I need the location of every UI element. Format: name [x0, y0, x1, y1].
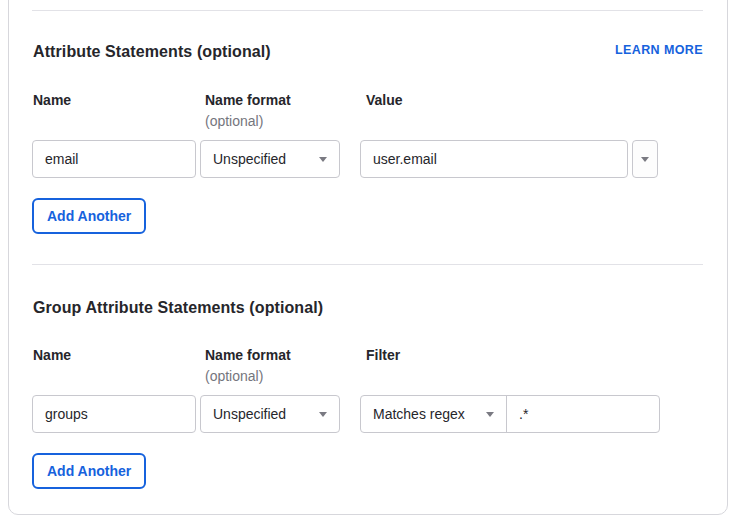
- col-header-name-format-note: (optional): [205, 113, 263, 129]
- section-divider-middle: [32, 264, 703, 265]
- group-attribute-name-format-selected: Unspecified: [213, 406, 286, 422]
- add-another-group-attribute-button[interactable]: Add Another: [32, 453, 146, 489]
- col-header-name-format: Name format: [205, 92, 291, 108]
- chevron-down-icon: [319, 412, 327, 417]
- attribute-name-format-select[interactable]: Unspecified: [200, 140, 340, 178]
- attribute-name-format-selected: Unspecified: [213, 151, 286, 167]
- group-attribute-filter-type-selected: Matches regex: [373, 406, 465, 422]
- group-attribute-name-input[interactable]: [32, 395, 196, 433]
- group-attribute-filter-value-input[interactable]: [507, 396, 712, 432]
- chevron-down-icon: [486, 412, 494, 417]
- group-col-header-name-format: Name format: [205, 347, 291, 363]
- section-divider-top: [32, 10, 703, 11]
- learn-more-link[interactable]: LEARN MORE: [615, 43, 703, 57]
- group-col-header-name-format-note: (optional): [205, 368, 263, 384]
- group-attribute-statements-heading: Group Attribute Statements (optional): [33, 299, 323, 317]
- settings-card: [8, 0, 728, 515]
- attribute-name-input[interactable]: [32, 140, 196, 178]
- col-header-value: Value: [366, 92, 403, 108]
- chevron-down-icon: [319, 157, 327, 162]
- attribute-value-input[interactable]: [360, 140, 628, 178]
- attribute-statements-heading: Attribute Statements (optional): [33, 43, 271, 61]
- attribute-value-dropdown-button[interactable]: [632, 140, 658, 178]
- group-col-header-name: Name: [33, 347, 71, 363]
- group-attribute-filter-group: Matches regex: [360, 395, 660, 433]
- col-header-name: Name: [33, 92, 71, 108]
- group-col-header-filter: Filter: [366, 347, 400, 363]
- add-another-attribute-button[interactable]: Add Another: [32, 198, 146, 234]
- group-attribute-name-format-select[interactable]: Unspecified: [200, 395, 340, 433]
- group-attribute-filter-type-select[interactable]: Matches regex: [361, 396, 507, 432]
- chevron-down-icon: [641, 157, 649, 162]
